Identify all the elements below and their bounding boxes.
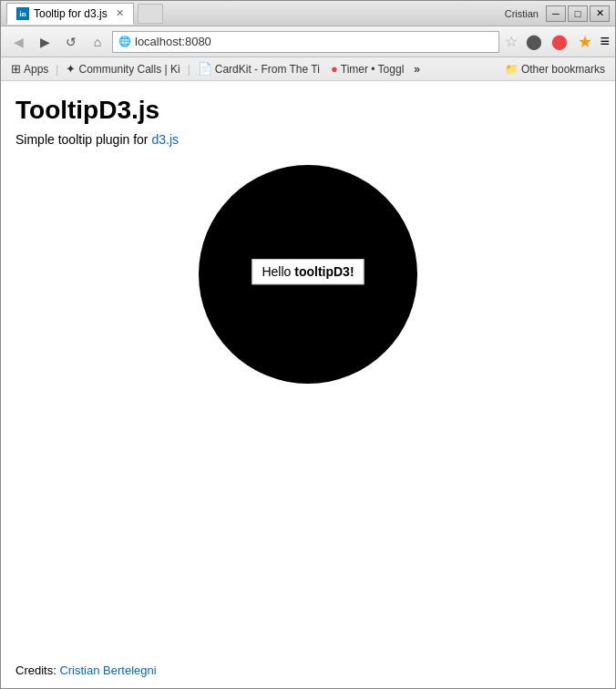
forward-button[interactable]: ▶ — [33, 31, 56, 53]
bookmark-timer-label: Timer • Toggl — [341, 63, 405, 76]
reload-icon: ↺ — [66, 35, 77, 49]
browser-window: in Tooltip for d3.js ✕ Cristian ─ □ ✕ ◀ — [0, 0, 616, 689]
reload-button[interactable]: ↺ — [59, 31, 83, 53]
bookmark-cardkit[interactable]: 📄 CardKit - From The Ti — [193, 60, 324, 77]
bookmarks-more-button[interactable]: » — [410, 61, 424, 77]
minimize-button[interactable]: ─ — [546, 5, 566, 22]
tab-close-button[interactable]: ✕ — [116, 7, 124, 19]
address-bar-icon: 🌐 — [118, 36, 131, 47]
close-icon: ✕ — [596, 7, 604, 19]
maximize-icon: □ — [575, 8, 581, 19]
bookmark-star-button[interactable]: ☆ — [505, 33, 518, 50]
tooltip-plain-text: Hello — [262, 264, 294, 279]
page-subtitle: Simple tooltip plugin for d3.js — [15, 132, 601, 147]
title-bar: in Tooltip for d3.js ✕ Cristian ─ □ ✕ — [1, 1, 615, 26]
page-footer: Credits: Cristian Bertelegni — [15, 663, 157, 677]
back-icon: ◀ — [14, 35, 24, 49]
bookmark-cardkit-label: CardKit - From The Ti — [215, 63, 320, 76]
other-bookmarks-label: Other bookmarks — [521, 63, 605, 76]
bookmark-community[interactable]: ✦ Community Calls | Ki — [61, 60, 184, 77]
tooltip-bold-text: tooltipD3! — [294, 264, 354, 279]
title-bar-left: in Tooltip for d3.js ✕ — [6, 3, 505, 25]
forward-icon: ▶ — [40, 35, 50, 49]
new-tab-button[interactable] — [138, 4, 163, 24]
visualization: Hello tooltipD3! — [15, 165, 601, 384]
maximize-button[interactable]: □ — [568, 5, 588, 22]
bookmark-apps-label: Apps — [24, 63, 48, 76]
cardkit-icon: 📄 — [198, 62, 212, 76]
minimize-icon: ─ — [552, 8, 560, 19]
apps-icon: ⊞ — [11, 62, 21, 76]
page-title: TooltipD3.js — [15, 96, 601, 125]
extension-icon-1[interactable]: ⬤ — [522, 30, 546, 54]
bm-separator-2: | — [188, 63, 190, 76]
community-icon: ✦ — [66, 62, 76, 76]
tab-title: Tooltip for d3.js — [34, 7, 108, 20]
extension-icon-3[interactable]: ★ — [573, 30, 597, 54]
other-bookmarks-icon: 📁 — [505, 63, 518, 76]
timer-icon: ● — [331, 62, 338, 76]
extension-icon-2[interactable]: ⬤ — [548, 30, 571, 54]
home-icon: ⌂ — [94, 35, 101, 49]
page-content: TooltipD3.js Simple tooltip plugin for d… — [1, 81, 615, 688]
other-bookmarks[interactable]: 📁 Other bookmarks — [500, 61, 610, 77]
bookmark-timer[interactable]: ● Timer • Toggl — [326, 60, 408, 77]
active-tab[interactable]: in Tooltip for d3.js ✕ — [6, 3, 134, 25]
bookmark-community-label: Community Calls | Ki — [78, 63, 180, 76]
d3-link[interactable]: d3.js — [151, 132, 179, 147]
bookmark-apps[interactable]: ⊞ Apps — [6, 60, 53, 77]
title-bar-right: Cristian ─ □ ✕ — [505, 5, 610, 22]
toolbar: ◀ ▶ ↺ ⌂ 🌐 ☆ ⬤ ⬤ ★ ≡ — [1, 26, 615, 57]
menu-button[interactable]: ≡ — [600, 32, 610, 51]
back-button[interactable]: ◀ — [6, 31, 30, 53]
address-bar[interactable]: 🌐 — [112, 31, 499, 53]
address-input[interactable] — [135, 35, 493, 48]
user-name: Cristian — [505, 8, 539, 19]
tab-favicon: in — [16, 7, 29, 20]
tooltip-box: Hello tooltipD3! — [252, 259, 364, 284]
home-button[interactable]: ⌂ — [86, 31, 109, 53]
bm-separator-1: | — [56, 63, 58, 76]
credits-link[interactable]: Cristian Bertelegni — [59, 663, 156, 677]
subtitle-text: Simple tooltip plugin for — [15, 132, 151, 147]
close-button[interactable]: ✕ — [590, 5, 610, 22]
bookmarks-bar: ⊞ Apps | ✦ Community Calls | Ki | 📄 Card… — [1, 57, 615, 81]
toolbar-icons: ⬤ ⬤ ★ — [522, 30, 597, 54]
credits-text: Credits: — [15, 663, 59, 677]
circle-wrap: Hello tooltipD3! — [199, 165, 417, 384]
